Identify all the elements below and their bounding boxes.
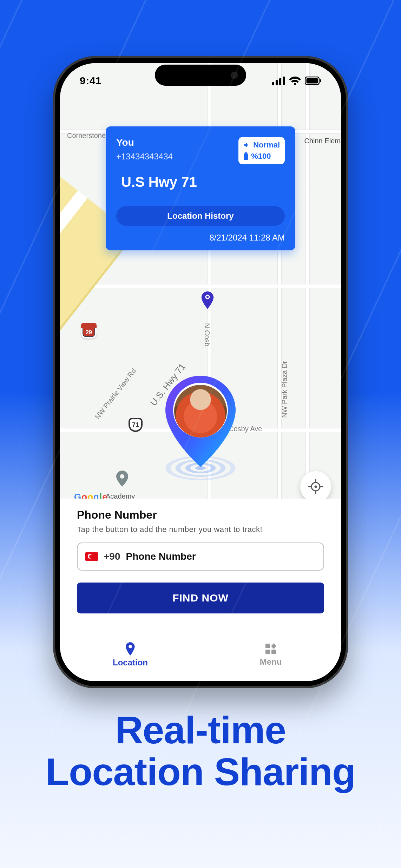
nav-menu-label: Menu	[260, 657, 282, 667]
wifi-icon	[289, 77, 301, 85]
battery-icon	[305, 77, 321, 85]
route-shield-icon: 71	[129, 418, 143, 432]
panel-title: Phone Number	[77, 508, 324, 521]
nav-location-label: Location	[113, 658, 148, 668]
promo-caption: Real-time Location Sharing	[0, 709, 401, 793]
user-location-pin[interactable]	[162, 376, 239, 481]
svg-rect-2	[279, 78, 281, 85]
svg-rect-16	[245, 152, 247, 153]
card-timestamp: 8/21/2024 11:28 AM	[116, 233, 285, 243]
map-label-cornerstone: Cornerstone	[67, 132, 106, 140]
crosshair-icon	[308, 479, 323, 494]
interstate-shield-icon: 29	[81, 323, 97, 338]
svg-rect-1	[276, 80, 278, 85]
location-info-card: You +13434343434 Normal %100	[106, 126, 295, 250]
svg-point-8	[206, 296, 209, 298]
nav-location[interactable]: Location	[60, 636, 200, 674]
battery-small-icon	[243, 152, 248, 160]
svg-rect-6	[320, 79, 321, 82]
map-marker-icon	[116, 471, 128, 487]
map-label-parkplaza: NW Park Plaza Dr	[281, 361, 289, 418]
sound-mode: Normal	[253, 140, 280, 150]
panel-hint: Tap the button to add the number you wan…	[77, 525, 324, 534]
map-label-ncosby: N Cosb	[203, 323, 211, 347]
phone-placeholder: Phone Number	[126, 551, 196, 562]
location-history-button[interactable]: Location History	[116, 206, 285, 226]
nav-menu[interactable]: Menu	[200, 636, 341, 674]
caption-line2: Location Sharing	[0, 751, 401, 793]
user-avatar	[174, 385, 227, 438]
status-time: 9:41	[80, 75, 101, 87]
svg-marker-21	[271, 643, 276, 649]
svg-rect-20	[265, 650, 270, 654]
flag-turkey-icon[interactable]	[85, 552, 98, 561]
device-notch	[155, 65, 246, 86]
find-now-button[interactable]: FIND NOW	[77, 583, 324, 613]
screen: 9:41 Cornerstone Chinn Eleme NW Prairie …	[60, 63, 341, 681]
secondary-pin-icon[interactable]	[200, 291, 215, 309]
svg-rect-17	[244, 153, 248, 160]
svg-rect-3	[283, 77, 285, 85]
svg-point-11	[315, 486, 317, 488]
location-pin-icon	[125, 642, 136, 656]
svg-rect-18	[265, 644, 270, 648]
card-address: U.S Hwy 71	[121, 174, 285, 190]
cellular-icon	[272, 77, 285, 85]
device-status-chip: Normal %100	[238, 137, 285, 164]
sound-icon	[243, 142, 250, 149]
svg-rect-5	[307, 78, 318, 84]
status-indicators	[272, 77, 321, 85]
caption-line1: Real-time	[0, 709, 401, 751]
card-phone-number: +13434343434	[116, 152, 173, 162]
map-label-prairie: NW Prairie View Rd	[93, 367, 138, 421]
map-label-chinn: Chinn Eleme	[304, 137, 341, 145]
svg-rect-0	[272, 82, 274, 85]
menu-grid-icon	[265, 643, 277, 655]
recenter-button[interactable]	[300, 471, 331, 502]
svg-rect-19	[271, 650, 276, 654]
phone-input[interactable]: +90 Phone Number	[77, 542, 324, 571]
phone-frame: 9:41 Cornerstone Chinn Eleme NW Prairie …	[53, 56, 348, 688]
country-code[interactable]: +90	[104, 551, 120, 562]
card-title-you: You	[116, 137, 173, 148]
battery-level: %100	[251, 152, 271, 161]
bottom-nav: Location Menu	[60, 636, 341, 674]
